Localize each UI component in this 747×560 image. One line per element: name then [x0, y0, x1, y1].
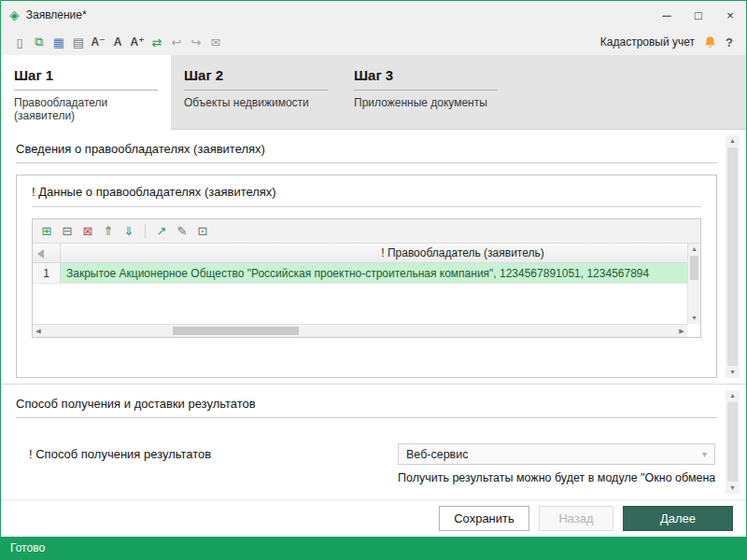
scrollbar-thumb[interactable]: [173, 327, 299, 335]
delete-row-icon[interactable]: ⊠: [78, 222, 97, 241]
main-toolbar: ▯ ⧉ ▦ ▤ А⁻ А А⁺ ⇄ ↩ ↪ ✉ Кадастровый учет…: [1, 29, 746, 55]
delivery-method-column: Веб-сервис ▾ Получить результаты можно б…: [398, 443, 715, 484]
status-text: Готово: [10, 541, 45, 554]
back-button[interactable]: Назад: [539, 506, 613, 531]
grid-column-header[interactable]: ! Правообладатель (заявитель): [61, 244, 687, 262]
open-card-icon[interactable]: ↗: [152, 222, 171, 241]
footer-buttons: Сохранить Назад Далее: [1, 499, 746, 537]
owners-section-title: Сведения о правообладателях (заявителях): [16, 142, 717, 156]
step-sublabel: Правообладатели (заявители): [14, 96, 158, 122]
scroll-right-icon[interactable]: ▶: [676, 325, 687, 337]
minimize-button[interactable]: ─: [651, 1, 683, 29]
save-icon[interactable]: ▦: [49, 33, 68, 51]
grid-header-row: ! Правообладатель (заявитель): [33, 244, 687, 263]
owners-groupbox: ! Данные о правообладателях (заявителях)…: [16, 175, 717, 378]
grid-vertical-scrollbar[interactable]: ▲ ▼: [687, 244, 700, 324]
step-label: Шаг 1: [14, 67, 158, 91]
mail-icon[interactable]: ✉: [206, 33, 225, 51]
scroll-down-icon[interactable]: ▼: [726, 483, 740, 494]
section-divider: [16, 162, 717, 163]
delivery-panel: Способ получения и доставки результатов …: [1, 385, 746, 499]
font-increase-icon[interactable]: А⁺: [128, 33, 147, 51]
scroll-up-icon[interactable]: ▲: [688, 244, 700, 255]
owners-grid: ⊞ ⊟ ⊠ ⇑ ⇓ ↗ ✎ ⊡: [32, 218, 701, 338]
chevron-down-icon: ▾: [702, 449, 707, 459]
toolbar-right: Кадастровый учет ?: [600, 35, 737, 49]
step-label: Шаг 3: [354, 67, 498, 91]
table-row[interactable]: 1 Закрытое Акционерное Общество "Российс…: [33, 263, 687, 284]
scroll-left-icon[interactable]: ◀: [33, 325, 44, 337]
step-label: Шаг 2: [184, 67, 328, 91]
grid-corner-marker-icon: [37, 249, 44, 259]
open-icon[interactable]: ⧉: [30, 33, 49, 51]
section-divider: [16, 417, 717, 418]
save-button[interactable]: Сохранить: [439, 506, 529, 531]
row-value-cell: Закрытое Акционерное Общество "Российска…: [61, 263, 687, 283]
next-button[interactable]: Далее: [623, 506, 733, 531]
owners-panel: Сведения о правообладателях (заявителях)…: [1, 130, 746, 384]
tab-step-1[interactable]: Шаг 1 Правообладатели (заявители): [1, 55, 171, 130]
insert-row-icon[interactable]: ⊟: [58, 222, 77, 241]
fit-columns-icon[interactable]: ⊡: [193, 222, 212, 241]
delivery-method-value: Веб-сервис: [406, 448, 469, 461]
scroll-down-icon[interactable]: ▼: [688, 313, 700, 324]
add-row-icon[interactable]: ⊞: [37, 222, 56, 241]
titlebar: ◈ Заявление* ─ □ ×: [1, 1, 746, 29]
maximize-button[interactable]: □: [683, 1, 714, 29]
owners-panel-scrollbar[interactable]: ▲ ▼: [726, 135, 740, 378]
wizard-steps: Шаг 1 Правообладатели (заявители) Шаг 2 …: [1, 55, 746, 130]
status-bar: Готово: [1, 537, 746, 559]
scrollbar-thumb[interactable]: [727, 147, 738, 366]
step-sublabel: Приложенные документы: [354, 96, 498, 109]
scroll-up-icon[interactable]: ▲: [726, 390, 740, 401]
font-normal-icon[interactable]: А: [108, 33, 127, 51]
row-number-cell: 1: [33, 263, 61, 283]
new-document-icon[interactable]: ▯: [10, 33, 29, 51]
undo-icon[interactable]: ↩: [167, 33, 186, 51]
app-icon: ◈: [9, 7, 20, 22]
window-controls: ─ □ ×: [651, 1, 746, 29]
move-row-up-icon[interactable]: ⇑: [99, 222, 118, 241]
delivery-method-field-row: ! Способ получения результатов Веб-серви…: [16, 443, 717, 484]
send-icon[interactable]: ↪: [187, 33, 205, 51]
toolbar-separator: [145, 224, 146, 238]
grid-toolbar: ⊞ ⊟ ⊠ ⇑ ⇓ ↗ ✎ ⊡: [33, 219, 700, 244]
step-sublabel: Объекты недвижимости: [184, 96, 328, 109]
group-divider: [32, 206, 701, 207]
grid-scrollarea: ! Правообладатель (заявитель) 1 Закрытое…: [33, 244, 687, 324]
module-label: Кадастровый учет: [600, 35, 695, 49]
scroll-up-icon[interactable]: ▲: [726, 135, 740, 147]
grid-body: ! Правообладатель (заявитель) 1 Закрытое…: [33, 244, 700, 337]
owners-group-title: ! Данные о правообладателях (заявителях): [32, 185, 701, 199]
notifications-bell-icon[interactable]: [703, 35, 717, 49]
close-button[interactable]: ×: [714, 1, 746, 29]
exchange-icon[interactable]: ⇄: [148, 33, 166, 51]
scrollbar-thumb[interactable]: [690, 256, 698, 280]
move-row-down-icon[interactable]: ⇓: [120, 222, 138, 241]
scroll-down-icon[interactable]: ▼: [726, 367, 740, 378]
tab-step-2[interactable]: Шаг 2 Объекты недвижимости: [171, 55, 341, 130]
delivery-help-text: Получить результаты можно будет в модуле…: [398, 471, 715, 484]
grid-corner-cell[interactable]: [33, 244, 61, 262]
delivery-panel-scrollbar[interactable]: ▲ ▼: [726, 390, 740, 494]
scrollbar-thumb[interactable]: [727, 402, 738, 482]
owners-panel-main: Сведения о правообладателях (заявителях)…: [1, 130, 717, 384]
delivery-section-title: Способ получения и доставки результатов: [16, 397, 717, 411]
grid-horizontal-scrollbar[interactable]: ◀ ▶: [33, 324, 687, 337]
content-area: Сведения о правообладателях (заявителях)…: [1, 130, 746, 499]
font-decrease-icon[interactable]: А⁻: [89, 33, 107, 51]
application-window: ◈ Заявление* ─ □ × ▯ ⧉ ▦ ▤ А⁻ А А⁺ ⇄ ↩ ↪…: [0, 0, 747, 560]
delivery-panel-main: Способ получения и доставки результатов …: [1, 385, 717, 499]
delivery-method-select[interactable]: Веб-сервис ▾: [398, 443, 715, 465]
tab-step-3[interactable]: Шаг 3 Приложенные документы: [341, 55, 511, 130]
save-all-icon[interactable]: ▤: [69, 33, 88, 51]
tools-icon[interactable]: ✎: [173, 222, 191, 241]
window-title: Заявление*: [26, 8, 87, 21]
help-icon[interactable]: ?: [726, 35, 737, 49]
delivery-method-label: ! Способ получения результатов: [16, 447, 398, 461]
